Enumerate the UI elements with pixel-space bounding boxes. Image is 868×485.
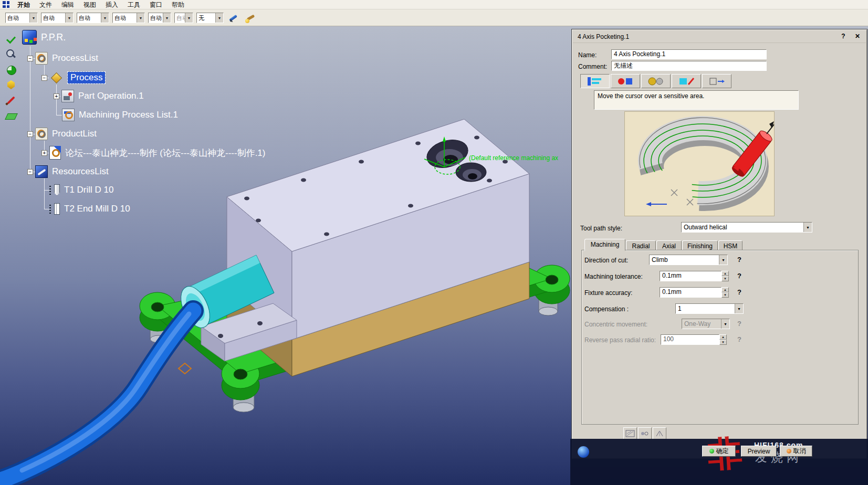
axis-preview-button[interactable]: [653, 427, 666, 439]
expander[interactable]: −: [27, 56, 33, 61]
wizard-button[interactable]: [244, 12, 257, 24]
name-input[interactable]: 4 Axis Pocketing.1: [611, 49, 767, 59]
magnifier-icon[interactable]: [4, 48, 18, 61]
chevron-down-icon[interactable]: ▼: [803, 223, 812, 232]
menu-window[interactable]: 窗口: [145, 0, 167, 9]
line-weight-combo[interactable]: 自动 ▼: [77, 13, 109, 23]
tab-geometry[interactable]: [611, 74, 640, 88]
cable[interactable]: [0, 311, 193, 484]
spin-down-icon[interactable]: ▼: [721, 276, 729, 281]
geometry-tab-icon: [617, 76, 634, 87]
orientation-marker: [179, 363, 191, 374]
point-type-combo[interactable]: 自动 ▼: [148, 13, 171, 23]
tree-item-t2-endmill[interactable]: T2 End Mill D 10: [49, 202, 130, 216]
help-indicator[interactable]: ?: [737, 256, 741, 263]
tree-item-processlist[interactable]: − ProcessList: [27, 51, 98, 65]
tree-item-product[interactable]: + 论坛---泰山神龙----制作 (论坛---泰山神龙----制作.1): [41, 146, 265, 160]
ppr-icon: [22, 30, 37, 45]
help-indicator[interactable]: ?: [737, 335, 741, 343]
chevron-down-icon[interactable]: ▼: [65, 13, 73, 23]
close-icon[interactable]: ✕: [853, 32, 862, 41]
fixture-accuracy-spinner[interactable]: 0.1mm ▲▼: [660, 287, 729, 298]
expander[interactable]: −: [41, 75, 47, 81]
menu-help[interactable]: 帮助: [167, 0, 189, 9]
compensation-combo[interactable]: 1 ▼: [675, 303, 744, 314]
machining-axis-label[interactable]: (Default reference machining ax: [469, 154, 558, 162]
workbench-toolbar: [4, 33, 20, 124]
machining-tolerance-spinner[interactable]: 0.1mm ▲▼: [660, 271, 729, 281]
spin-down-icon[interactable]: ▼: [721, 292, 729, 298]
comment-label: Comment:: [578, 63, 607, 70]
spin-up-icon[interactable]: ▲: [721, 287, 729, 292]
chevron-down-icon[interactable]: ▼: [137, 13, 144, 23]
chevron-down-icon[interactable]: ▼: [735, 304, 743, 313]
compensation-label: Compensation :: [584, 305, 629, 313]
help-indicator[interactable]: ?: [737, 288, 741, 296]
tree-item-resourceslist[interactable]: − ResourcesList: [27, 165, 109, 178]
pencil-icon[interactable]: [4, 93, 18, 107]
painter-button[interactable]: [227, 12, 240, 24]
group-preview-icon: [640, 430, 650, 437]
menu-file[interactable]: 文件: [35, 0, 57, 9]
tree-item-process[interactable]: − Process: [41, 71, 105, 85]
tree-item-t1-drill[interactable]: T1 Drill D 10: [49, 183, 113, 197]
preview-button[interactable]: Preview: [741, 446, 777, 457]
expander[interactable]: −: [27, 131, 33, 137]
ok-button[interactable]: 确定: [702, 446, 736, 457]
help-indicator[interactable]: ?: [737, 272, 741, 280]
tree-item-productlist[interactable]: − ProductList: [27, 127, 97, 141]
tree-item-part-operation[interactable]: + Part Operation.1: [54, 89, 144, 103]
chevron-down-icon[interactable]: ▼: [185, 13, 193, 23]
check-icon[interactable]: [4, 33, 18, 46]
tab-macros[interactable]: [702, 74, 731, 88]
menu-start[interactable]: 开始: [13, 0, 35, 9]
tool-dots-icon: [49, 205, 51, 214]
brush-icon: [244, 12, 257, 24]
menu-view[interactable]: 视图: [79, 0, 101, 9]
dialog-titlebar[interactable]: 4 Axis Pocketing.1: [573, 30, 866, 43]
render-style-combo[interactable]: 自动 ▼: [174, 13, 193, 23]
expander[interactable]: −: [27, 169, 33, 175]
pocket-preview-button[interactable]: [623, 427, 637, 439]
chevron-down-icon[interactable]: ▼: [29, 13, 37, 23]
chevron-down-icon[interactable]: ▼: [719, 255, 727, 265]
spin-up-icon[interactable]: ▲: [721, 271, 729, 276]
reverse-pass-radial-ratio-label: Reverse pass radial ratio:: [584, 336, 656, 344]
tab-tool[interactable]: [641, 74, 671, 88]
shield-icon[interactable]: [4, 78, 18, 92]
menu-insert[interactable]: 插入: [101, 0, 123, 9]
product-list-icon: [35, 128, 48, 140]
resources-list-icon: [35, 165, 48, 178]
tree-item-ppr[interactable]: P.P.R.: [22, 30, 66, 44]
analysis-icon[interactable]: [4, 63, 18, 77]
chevron-down-icon[interactable]: ▼: [163, 13, 171, 23]
tree-item-machining-process-list[interactable]: Machining Process List.1: [62, 108, 178, 122]
chevron-down-icon[interactable]: ▼: [101, 13, 109, 23]
reverse-pass-radial-ratio-spinner: 100 ▲▼: [661, 334, 727, 345]
tab-machining[interactable]: Machining: [584, 239, 625, 251]
tab-feeds[interactable]: [672, 74, 701, 88]
plane-icon[interactable]: [4, 109, 18, 122]
comment-input[interactable]: 无描述: [611, 61, 767, 71]
line-type-combo[interactable]: 自动 ▼: [112, 13, 145, 23]
chevron-down-icon[interactable]: ▼: [215, 13, 223, 23]
tab-strategy[interactable]: [580, 74, 610, 88]
tool-path-style-combo[interactable]: Outward helical ▼: [681, 222, 812, 233]
help-indicator[interactable]: ?: [737, 320, 741, 328]
menu-tools[interactable]: 工具: [123, 0, 145, 9]
help-button[interactable]: ?: [839, 32, 848, 41]
color-combo[interactable]: 自动 ▼: [5, 13, 38, 23]
expander[interactable]: +: [41, 150, 47, 156]
direction-of-cut-combo[interactable]: Climb ▼: [649, 255, 728, 265]
strategy-illustration[interactable]: [624, 111, 775, 216]
macros-tab-icon: [708, 76, 725, 87]
spin-up-icon: ▲: [719, 334, 727, 340]
group-preview-button[interactable]: [638, 427, 652, 439]
expander[interactable]: +: [54, 93, 59, 99]
menu-edit[interactable]: 编辑: [57, 0, 79, 9]
part-operation-icon: [61, 90, 74, 102]
menu-bar: 开始 文件 编辑 视图 插入 工具 窗口 帮助: [0, 0, 868, 9]
cancel-button[interactable]: 取消: [780, 446, 812, 457]
opacity-combo[interactable]: 自动 ▼: [41, 13, 74, 23]
layer-combo[interactable]: 无 ▼: [196, 13, 224, 23]
